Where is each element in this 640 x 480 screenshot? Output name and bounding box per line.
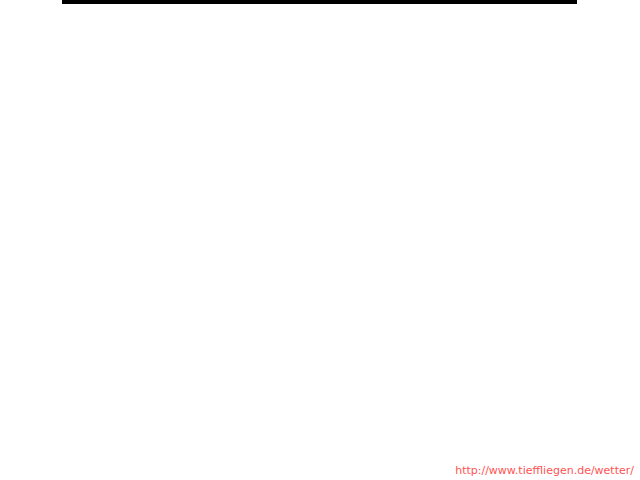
panel-pressure — [62, 0, 577, 4]
weather-chart: http://www.tieffliegen.de/wetter/ — [0, 0, 640, 480]
site-url[interactable]: http://www.tieffliegen.de/wetter/ — [455, 464, 634, 477]
